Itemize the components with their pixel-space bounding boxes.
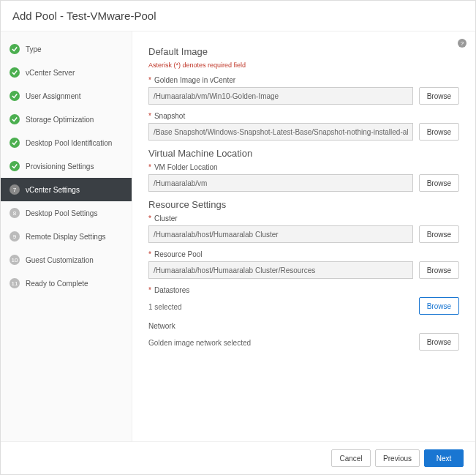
- required-note: Asterisk (*) denotes required field: [148, 61, 459, 69]
- step-label: Type: [26, 45, 42, 53]
- help-icon[interactable]: ?: [458, 39, 466, 48]
- check-icon: [10, 91, 20, 101]
- datastores-value: 1 selected: [148, 302, 413, 311]
- wizard-content: ? Default Image Asterisk (*) denotes req…: [132, 31, 475, 441]
- step-label: Storage Optimization: [26, 116, 94, 124]
- wizard-step-6[interactable]: Provisioning Settings: [1, 154, 132, 178]
- wizard-step-2[interactable]: vCenter Server: [1, 61, 132, 84]
- step-label: Provisioning Settings: [26, 162, 94, 171]
- section-resource-settings: Resource Settings: [148, 199, 459, 210]
- resource-pool-browse-button[interactable]: Browse: [419, 261, 459, 279]
- check-icon: [10, 161, 20, 171]
- next-button[interactable]: Next: [424, 449, 464, 467]
- wizard-step-10[interactable]: 10Guest Customization: [1, 248, 132, 272]
- network-value: Golden image network selected: [148, 337, 413, 347]
- check-icon: [10, 114, 20, 124]
- modal-title: Add Pool - Test-VMware-Pool: [12, 10, 464, 22]
- snapshot-label: *Snapshot: [148, 112, 459, 120]
- cluster-input[interactable]: [148, 225, 413, 243]
- vm-folder-label: *VM Folder Location: [148, 163, 459, 171]
- modal-header: Add Pool - Test-VMware-Pool: [1, 1, 475, 31]
- cluster-browse-button[interactable]: Browse: [419, 225, 459, 243]
- step-label: Desktop Pool Identification: [26, 139, 112, 147]
- step-label: vCenter Settings: [26, 186, 80, 194]
- step-number-icon: 7: [10, 184, 20, 195]
- modal-footer: Cancel Previous Next: [1, 441, 475, 474]
- step-label: User Assignment: [26, 92, 81, 100]
- wizard-step-1[interactable]: Type: [1, 37, 132, 61]
- wizard-steps: TypevCenter ServerUser AssignmentStorage…: [1, 31, 132, 441]
- golden-image-browse-button[interactable]: Browse: [419, 87, 459, 105]
- check-icon: [10, 44, 20, 54]
- step-number-icon: 8: [10, 208, 20, 218]
- add-pool-modal: Add Pool - Test-VMware-Pool TypevCenter …: [0, 0, 476, 475]
- step-number-icon: 11: [10, 278, 20, 288]
- golden-image-input[interactable]: [148, 87, 413, 105]
- wizard-step-3[interactable]: User Assignment: [1, 84, 132, 108]
- step-number-icon: 10: [10, 255, 20, 265]
- snapshot-browse-button[interactable]: Browse: [419, 123, 459, 141]
- check-icon: [10, 67, 20, 78]
- datastores-label: *Datastores: [148, 286, 459, 294]
- section-vm-location: Virtual Machine Location: [148, 148, 459, 159]
- wizard-step-7[interactable]: 7vCenter Settings: [1, 178, 132, 201]
- vm-folder-input[interactable]: [148, 174, 413, 192]
- previous-button[interactable]: Previous: [375, 449, 420, 467]
- step-label: Ready to Complete: [26, 280, 88, 288]
- step-label: Guest Customization: [26, 256, 94, 264]
- network-browse-button[interactable]: Browse: [419, 333, 459, 351]
- step-label: Remote Display Settings: [26, 233, 106, 241]
- wizard-step-8[interactable]: 8Desktop Pool Settings: [1, 201, 132, 225]
- vm-folder-browse-button[interactable]: Browse: [419, 174, 459, 192]
- resource-pool-label: *Resource Pool: [148, 250, 459, 258]
- golden-image-label: *Golden Image in vCenter: [148, 76, 459, 84]
- network-label: Network: [148, 322, 459, 330]
- snapshot-input[interactable]: [148, 123, 413, 141]
- datastores-browse-button[interactable]: Browse: [419, 297, 459, 315]
- cancel-button[interactable]: Cancel: [331, 449, 371, 467]
- step-label: Desktop Pool Settings: [26, 209, 97, 217]
- resource-pool-input[interactable]: [148, 261, 413, 279]
- wizard-step-5[interactable]: Desktop Pool Identification: [1, 131, 132, 154]
- section-default-image: Default Image: [148, 46, 459, 57]
- wizard-step-9[interactable]: 9Remote Display Settings: [1, 225, 132, 248]
- step-number-icon: 9: [10, 231, 20, 242]
- cluster-label: *Cluster: [148, 214, 459, 222]
- wizard-step-11[interactable]: 11Ready to Complete: [1, 272, 132, 295]
- step-label: vCenter Server: [26, 69, 75, 77]
- wizard-step-4[interactable]: Storage Optimization: [1, 108, 132, 131]
- check-icon: [10, 138, 20, 148]
